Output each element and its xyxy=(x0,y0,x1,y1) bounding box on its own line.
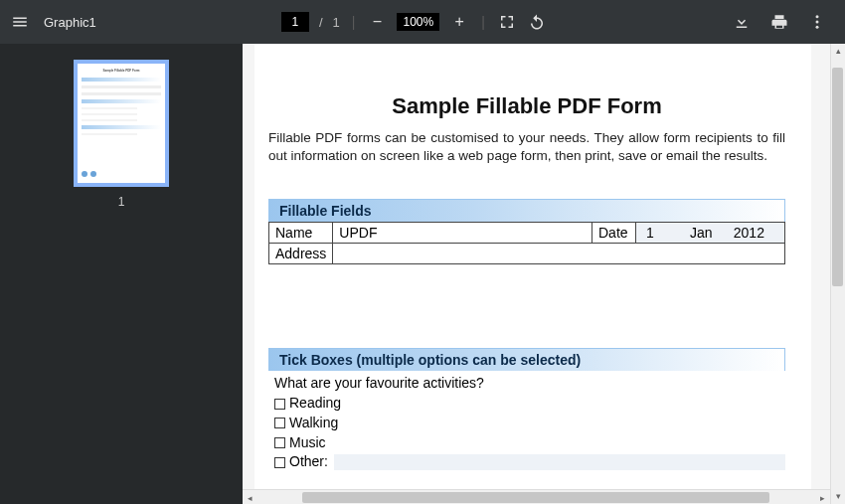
more-icon[interactable] xyxy=(807,12,827,32)
zoom-in-icon[interactable]: + xyxy=(449,12,469,32)
address-label: Address xyxy=(269,244,333,264)
tick-label: Walking xyxy=(289,414,338,433)
fit-page-icon[interactable] xyxy=(497,12,517,32)
thumbnail-sidebar: Sample Fillable PDF Form 1 xyxy=(0,44,243,504)
scroll-down-icon[interactable]: ▾ xyxy=(831,489,845,504)
tick-option-music: Music xyxy=(274,433,785,453)
tick-option-walking: Walking xyxy=(274,414,785,433)
address-field[interactable] xyxy=(333,244,785,264)
document-name: Graphic1 xyxy=(44,15,96,30)
toolbar-divider: | xyxy=(350,14,358,30)
pdf-viewer-toolbar: Graphic1 / 1 | − 100% + | xyxy=(0,0,845,44)
svg-point-0 xyxy=(816,15,819,18)
page-thumbnail[interactable]: Sample Fillable PDF Form xyxy=(74,60,169,187)
intro-paragraph: Fillable PDF forms can be customised to … xyxy=(268,129,785,165)
vertical-scroll-thumb[interactable] xyxy=(832,68,843,286)
workspace: Sample Fillable PDF Form 1 Sample Fillab… xyxy=(0,44,845,504)
scroll-left-icon[interactable]: ◂ xyxy=(243,490,257,504)
zoom-out-icon[interactable]: − xyxy=(367,12,387,32)
scroll-up-icon[interactable]: ▴ xyxy=(831,44,845,59)
checkbox-reading[interactable] xyxy=(274,399,285,410)
page-total: 1 xyxy=(333,15,340,30)
thumbnail-page-number: 1 xyxy=(118,195,125,209)
svg-point-2 xyxy=(816,26,819,29)
tick-label: Music xyxy=(289,433,326,453)
tick-question: What are your favourite activities? xyxy=(274,375,785,391)
download-icon[interactable] xyxy=(732,12,752,32)
tick-option-other: Other: xyxy=(274,452,785,472)
page-number-input[interactable] xyxy=(281,12,309,32)
page-title: Sample Fillable PDF Form xyxy=(268,93,785,119)
other-field[interactable] xyxy=(334,454,785,470)
tick-label: Reading xyxy=(289,394,341,414)
section-header-tick: Tick Boxes (multiple options can be sele… xyxy=(268,348,785,371)
fillable-fields-table: Name Date 1 Jan 2012 Address xyxy=(268,222,785,264)
date-cell: 1 Jan 2012 xyxy=(636,223,785,244)
menu-icon[interactable] xyxy=(10,12,30,32)
document-viewport: Sample Fillable PDF Form Fillable PDF fo… xyxy=(243,44,845,504)
zoom-level: 100% xyxy=(397,13,439,31)
tick-option-reading: Reading xyxy=(274,394,785,414)
vertical-scrollbar[interactable]: ▴ ▾ xyxy=(830,44,845,504)
tick-boxes-section: Tick Boxes (multiple options can be sele… xyxy=(268,348,785,471)
checkbox-music[interactable] xyxy=(274,437,285,448)
horizontal-scrollbar[interactable]: ◂ ▸ xyxy=(243,489,830,504)
tick-other-label: Other: xyxy=(289,452,328,472)
name-field[interactable] xyxy=(339,225,586,241)
date-label: Date xyxy=(592,223,636,244)
name-cell xyxy=(333,223,592,244)
checkbox-walking[interactable] xyxy=(274,418,285,428)
date-year-field[interactable]: 2012 xyxy=(730,225,775,241)
horizontal-scroll-thumb[interactable] xyxy=(302,492,769,503)
svg-point-1 xyxy=(816,21,819,24)
name-label: Name xyxy=(269,223,333,244)
pdf-page: Sample Fillable PDF Form Fillable PDF fo… xyxy=(254,44,811,504)
page-separator: / xyxy=(319,15,323,30)
section-header-fillable: Fillable Fields xyxy=(268,199,785,222)
print-icon[interactable] xyxy=(769,12,789,32)
scroll-right-icon[interactable]: ▸ xyxy=(815,490,830,504)
rotate-icon[interactable] xyxy=(527,12,547,32)
checkbox-other[interactable] xyxy=(274,457,285,468)
date-day-field[interactable]: 1 xyxy=(642,225,682,241)
toolbar-divider: | xyxy=(479,14,487,30)
date-month-field[interactable]: Jan xyxy=(686,225,726,241)
